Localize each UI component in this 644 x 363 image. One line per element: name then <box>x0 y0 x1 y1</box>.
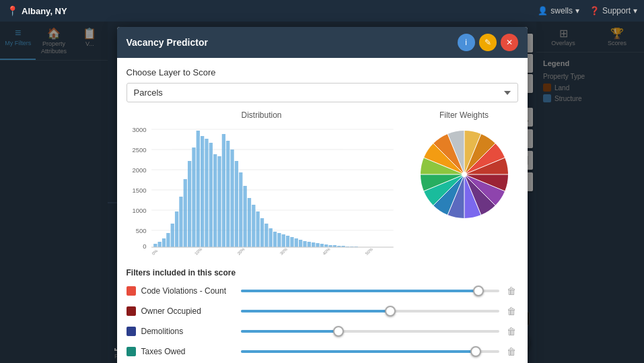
svg-text:2500: 2500 <box>132 147 146 154</box>
svg-rect-20 <box>179 197 182 247</box>
svg-rect-44 <box>281 234 285 247</box>
svg-rect-46 <box>290 237 293 247</box>
filter-delete-code-violations[interactable]: 🗑 <box>505 284 518 298</box>
svg-rect-27 <box>209 143 212 247</box>
filters-title: Filters included in this score <box>127 268 518 277</box>
modal-header-buttons: i ✎ ✕ <box>458 34 518 51</box>
svg-text:10%: 10% <box>193 246 203 256</box>
svg-text:50%: 50% <box>364 246 373 256</box>
svg-rect-32 <box>230 150 234 247</box>
svg-rect-30 <box>221 134 225 247</box>
layer-dropdown[interactable]: Parcels <box>127 83 518 102</box>
filter-slider-owner-occupied[interactable] <box>241 304 499 318</box>
filter-delete-owner-occupied[interactable]: 🗑 <box>505 304 518 318</box>
svg-rect-16 <box>162 238 165 247</box>
svg-rect-28 <box>213 154 217 247</box>
svg-rect-36 <box>247 198 250 247</box>
svg-text:0%: 0% <box>150 248 158 255</box>
svg-rect-35 <box>243 186 246 247</box>
user-button[interactable]: 👤 swells ▾ <box>538 6 579 15</box>
modal-header: Vacancy Predictor i ✎ ✕ <box>117 27 528 58</box>
filter-color-code-violations <box>127 286 136 296</box>
svg-text:0: 0 <box>143 243 146 250</box>
svg-text:1500: 1500 <box>132 187 146 194</box>
top-bar-right: 👤 swells ▾ ❓ Support ▾ <box>538 6 637 15</box>
svg-rect-48 <box>299 240 302 247</box>
filter-weights-container: Filter Weights <box>410 110 518 259</box>
svg-rect-42 <box>273 232 276 247</box>
filter-color-owner-occupied <box>127 306 136 316</box>
filter-name-demolitions: Demolitions <box>141 327 236 336</box>
svg-rect-51 <box>312 242 315 247</box>
app-logo: 📍 Albany, NY <box>7 5 67 16</box>
filter-row-owner-occupied: Owner Occupied 🗑 <box>127 304 518 318</box>
filter-name-owner-occupied: Owner Occupied <box>141 306 236 316</box>
layer-score-label: Choose Layer to Score <box>127 67 518 77</box>
svg-rect-26 <box>205 139 208 247</box>
filter-slider-demolitions[interactable] <box>241 325 499 338</box>
svg-rect-43 <box>277 233 281 247</box>
svg-rect-49 <box>303 241 306 247</box>
support-button[interactable]: ❓ Support ▾ <box>589 6 637 15</box>
svg-text:500: 500 <box>135 228 146 234</box>
svg-rect-18 <box>170 224 174 247</box>
filter-name-code-violations: Code Violations - Count <box>141 286 236 296</box>
svg-rect-39 <box>260 218 263 247</box>
svg-text:1000: 1000 <box>132 207 146 214</box>
svg-rect-23 <box>192 147 195 247</box>
distribution-title: Distribution <box>127 110 397 120</box>
filter-row-taxes-owed: Taxes Owed 🗑 <box>127 345 518 358</box>
svg-rect-53 <box>320 244 323 247</box>
svg-rect-24 <box>196 131 199 247</box>
modal-edit-button[interactable]: ✎ <box>479 34 497 51</box>
top-bar: 📍 Albany, NY 👤 swells ▾ ❓ Support ▾ <box>0 0 644 22</box>
vacancy-predictor-modal: Vacancy Predictor i ✎ ✕ Choose Layer to … <box>117 27 528 363</box>
filter-name-taxes-owed: Taxes Owed <box>141 347 236 356</box>
distribution-svg: 3000 2500 2000 1500 1000 500 0 <box>127 124 397 259</box>
support-icon: ❓ <box>589 6 600 15</box>
svg-rect-31 <box>226 141 229 247</box>
svg-rect-45 <box>285 236 289 247</box>
distribution-chart: Distribution 3000 2500 2000 1500 1000 50… <box>127 110 397 259</box>
app-title: Albany, NY <box>22 6 67 16</box>
filter-weights-title: Filter Weights <box>439 110 489 120</box>
svg-text:20%: 20% <box>236 246 245 256</box>
svg-rect-52 <box>316 243 319 247</box>
svg-rect-14 <box>153 244 157 247</box>
filter-row-demolitions: Demolitions 🗑 <box>127 325 518 338</box>
modal-close-button[interactable]: ✕ <box>501 34 518 51</box>
svg-rect-22 <box>187 161 190 247</box>
svg-rect-41 <box>269 228 272 247</box>
svg-rect-25 <box>201 136 204 247</box>
modal-overlay: Vacancy Predictor i ✎ ✕ Choose Layer to … <box>0 22 644 363</box>
modal-title: Vacancy Predictor <box>127 37 208 48</box>
svg-rect-47 <box>294 238 297 247</box>
chart-container: 3000 2500 2000 1500 1000 500 0 <box>127 124 397 259</box>
svg-text:30%: 30% <box>279 246 288 256</box>
svg-rect-19 <box>174 211 178 247</box>
pie-chart-svg <box>414 124 515 225</box>
filter-color-demolitions <box>127 327 136 336</box>
user-icon: 👤 <box>538 6 548 15</box>
svg-rect-33 <box>234 161 238 247</box>
modal-body: Choose Layer to Score Parcels Distributi… <box>117 58 528 363</box>
svg-rect-29 <box>217 156 221 247</box>
filter-color-taxes-owed <box>127 347 136 356</box>
filters-section: Filters included in this score Code Viol… <box>127 268 518 363</box>
svg-rect-34 <box>239 172 242 247</box>
filter-slider-taxes-owed[interactable] <box>241 345 499 358</box>
svg-rect-15 <box>157 242 161 247</box>
filter-slider-code-violations[interactable] <box>241 284 499 298</box>
svg-rect-38 <box>256 211 259 247</box>
logo-icon: 📍 <box>7 5 18 16</box>
modal-info-button[interactable]: i <box>458 34 475 51</box>
filter-delete-demolitions[interactable]: 🗑 <box>505 325 518 338</box>
svg-rect-40 <box>264 224 268 247</box>
charts-area: Distribution 3000 2500 2000 1500 1000 50… <box>127 110 518 259</box>
svg-rect-17 <box>166 233 170 247</box>
svg-rect-37 <box>252 205 255 247</box>
svg-rect-21 <box>183 179 186 247</box>
filter-delete-taxes-owed[interactable]: 🗑 <box>505 345 518 358</box>
svg-text:3000: 3000 <box>132 127 146 133</box>
filter-row-code-violations: Code Violations - Count 🗑 <box>127 284 518 298</box>
